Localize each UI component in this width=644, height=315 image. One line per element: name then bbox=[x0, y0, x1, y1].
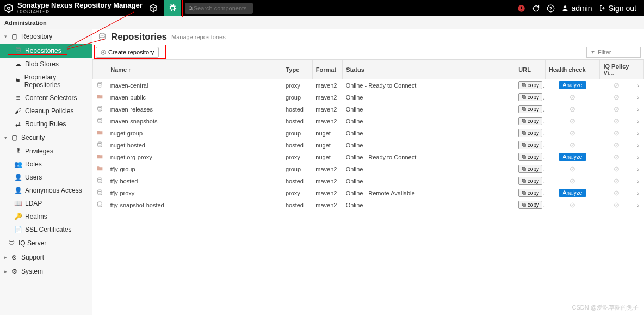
sidebar-item-label: Users bbox=[25, 174, 42, 181]
table-row[interactable]: tfjy-proxy proxy maven2 Online - Remote … bbox=[93, 187, 644, 199]
table-row[interactable]: maven-snapshots hosted maven2 Online cop… bbox=[93, 115, 644, 127]
table-row[interactable]: tfjy-snapshot-hosted hosted maven2 Onlin… bbox=[93, 199, 644, 211]
sidebar-group-iq-server[interactable]: 🛡IQ Server bbox=[0, 236, 92, 250]
sidebar-group-repository[interactable]: ▾▢Repository bbox=[0, 29, 92, 44]
chevron-right-icon[interactable]: › bbox=[637, 82, 640, 89]
svg-rect-31 bbox=[522, 156, 525, 158]
table-row[interactable]: maven-central proxy maven2 Online - Read… bbox=[93, 79, 644, 91]
repo-name: nuget-group bbox=[107, 127, 282, 139]
search-box[interactable] bbox=[185, 3, 253, 14]
chevron-right-icon[interactable]: › bbox=[637, 106, 640, 113]
copy-url-button[interactable]: copy bbox=[518, 189, 542, 197]
sidebar-item-users[interactable]: 👤Users bbox=[0, 171, 92, 184]
analyze-button[interactable]: Analyze bbox=[559, 189, 587, 197]
chevron-right-icon[interactable]: › bbox=[637, 130, 640, 137]
user-menu[interactable]: admin bbox=[561, 4, 592, 13]
sidebar-group-support[interactable]: ▸⊗Support bbox=[0, 250, 92, 264]
sidebar-item-routing-rules[interactable]: ⇄Routing Rules bbox=[0, 118, 92, 131]
ban-icon: ⊘ bbox=[614, 141, 620, 149]
chevron-right-icon[interactable]: › bbox=[637, 202, 640, 208]
table-row[interactable]: tfjy-hosted hosted maven2 Online copy ⊘ … bbox=[93, 175, 644, 187]
sidebar-item-blob-stores[interactable]: ☁Blob Stores bbox=[0, 58, 92, 71]
chevron-right-icon[interactable]: › bbox=[637, 118, 640, 125]
repo-type: hosted bbox=[282, 175, 312, 187]
copy-url-button[interactable]: copy bbox=[518, 153, 542, 161]
chevron-right-icon[interactable]: › bbox=[637, 154, 640, 160]
filter-input[interactable]: Filter bbox=[586, 47, 641, 58]
sidebar-group-security[interactable]: ▾▢Security bbox=[0, 131, 92, 145]
col-status[interactable]: Status bbox=[343, 60, 515, 79]
sidebar-item-repositories[interactable]: Repositories bbox=[0, 44, 92, 58]
sidebar-item-cleanup-policies[interactable]: 🖌Cleanup Policies bbox=[0, 104, 92, 118]
sidebar-item-label: Anonymous Access bbox=[25, 187, 82, 194]
sidebar-item-content-selectors[interactable]: ≡Content Selectors bbox=[0, 91, 92, 104]
svg-point-0 bbox=[8, 7, 10, 10]
copy-url-button[interactable]: copy bbox=[518, 117, 542, 125]
copy-url-button[interactable]: copy bbox=[518, 105, 542, 113]
table-row[interactable]: tfjy-group group maven2 Online copy ⊘ ⊘ … bbox=[93, 163, 644, 175]
copy-url-button[interactable]: copy bbox=[518, 129, 542, 137]
chevron-right-icon[interactable]: › bbox=[637, 178, 640, 184]
sidebar-item-anonymous-access[interactable]: 👤Anonymous Access bbox=[0, 184, 92, 197]
cert-icon: 📄 bbox=[14, 226, 22, 233]
chevron-right-icon[interactable]: › bbox=[637, 166, 640, 172]
sidebar-item-roles[interactable]: 👥Roles bbox=[0, 158, 92, 171]
breadcrumb: Administration bbox=[0, 16, 644, 29]
repo-type: proxy bbox=[282, 187, 312, 199]
copy-url-button[interactable]: copy bbox=[518, 93, 542, 101]
table-row[interactable]: nuget.org-proxy proxy nuget Online - Rea… bbox=[93, 151, 644, 163]
sidebar-group-label: Support bbox=[21, 254, 44, 261]
db-icon bbox=[96, 178, 103, 185]
chevron-right-icon[interactable]: › bbox=[637, 94, 640, 101]
repo-name: maven-public bbox=[107, 91, 282, 103]
sidebar-item-label: Routing Rules bbox=[25, 120, 66, 128]
col-name[interactable]: Name ↑ bbox=[107, 60, 282, 79]
svg-rect-25 bbox=[523, 132, 526, 135]
sidebar-group-label: System bbox=[21, 268, 43, 275]
table-row[interactable]: maven-public group maven2 Online copy ⊘ … bbox=[93, 91, 644, 103]
signout-button[interactable]: Sign out bbox=[599, 4, 636, 13]
help-icon[interactable]: ? bbox=[547, 4, 555, 13]
sidebar-item-proprietary-repositories[interactable]: ⚑Proprietary Repositories bbox=[0, 71, 92, 91]
sidebar-item-realms[interactable]: 🔑Realms bbox=[0, 210, 92, 223]
col-type[interactable]: Type bbox=[282, 60, 312, 79]
search-input[interactable] bbox=[194, 5, 250, 11]
sidebar-group-system[interactable]: ▸⚙System bbox=[0, 264, 92, 279]
copy-url-button[interactable]: copy bbox=[518, 81, 542, 89]
copy-url-button[interactable]: copy bbox=[518, 201, 542, 209]
sidebar-item-privileges[interactable]: 🎖Privileges bbox=[0, 145, 92, 158]
analyze-button[interactable]: Analyze bbox=[559, 153, 587, 161]
svg-point-1 bbox=[189, 6, 192, 9]
refresh-icon[interactable] bbox=[532, 4, 540, 13]
analyze-button[interactable]: Analyze bbox=[559, 81, 587, 89]
browse-icon[interactable] bbox=[146, 1, 161, 16]
chevron-right-icon[interactable]: › bbox=[637, 190, 640, 196]
admin-gear-icon[interactable] bbox=[164, 0, 181, 16]
create-repository-button[interactable]: Create repository bbox=[96, 47, 159, 58]
sidebar-item-label: Cleanup Policies bbox=[25, 107, 73, 115]
svg-rect-38 bbox=[523, 192, 526, 195]
sidebar-item-ldap[interactable]: 📖LDAP bbox=[0, 197, 92, 210]
table-row[interactable]: maven-releases hosted maven2 Online copy… bbox=[93, 103, 644, 115]
svg-point-8 bbox=[564, 5, 567, 8]
sidebar-item-ssl-certificates[interactable]: 📄SSL Certificates bbox=[0, 223, 92, 236]
col-health[interactable]: Health check bbox=[545, 60, 600, 79]
copy-url-button[interactable]: copy bbox=[518, 177, 542, 185]
repo-format: maven2 bbox=[312, 91, 342, 103]
col-iq[interactable]: IQ Policy Vi... bbox=[600, 60, 633, 79]
repo-format: nuget bbox=[312, 151, 342, 163]
chevron-right-icon[interactable]: › bbox=[637, 142, 640, 149]
alert-icon[interactable] bbox=[517, 4, 525, 13]
table-row[interactable]: nuget-hosted hosted nuget Online copy ⊘ … bbox=[93, 139, 644, 151]
svg-rect-16 bbox=[522, 84, 525, 87]
col-icon[interactable] bbox=[93, 60, 107, 79]
table-row[interactable]: nuget-group group nuget Online copy ⊘ ⊘ … bbox=[93, 127, 644, 139]
sidebar: ▾▢RepositoryRepositories☁Blob Stores⚑Pro… bbox=[0, 29, 92, 315]
col-url[interactable]: URL bbox=[515, 60, 545, 79]
col-format[interactable]: Format bbox=[312, 60, 342, 79]
ban-icon: ⊘ bbox=[569, 165, 575, 173]
svg-rect-21 bbox=[522, 108, 525, 110]
copy-url-button[interactable]: copy bbox=[518, 141, 542, 149]
copy-url-button[interactable]: copy bbox=[518, 165, 542, 173]
main-panel: Repositories Manage repositories Create … bbox=[92, 29, 644, 315]
